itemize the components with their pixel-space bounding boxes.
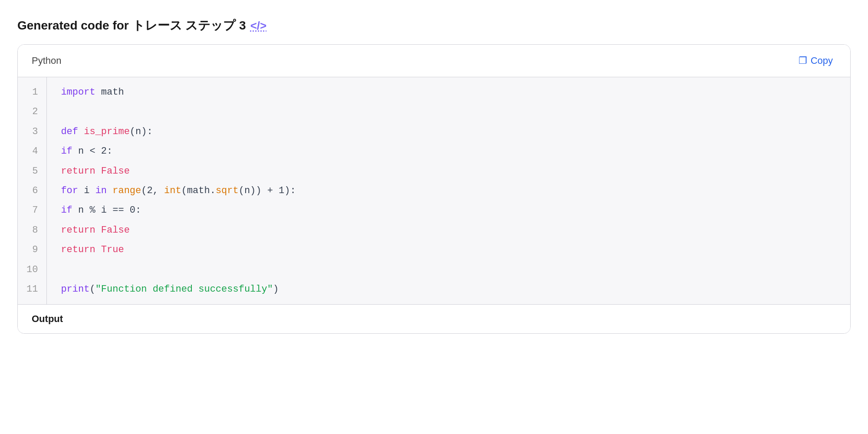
line-number: 6 — [18, 181, 47, 201]
line-code: def is_prime(n): — [47, 122, 850, 141]
output-label: Output — [32, 313, 63, 324]
line-code: print("Function defined successfully") — [47, 279, 850, 304]
line-code: return False — [47, 220, 850, 240]
page-title: Generated code for トレース ステップ 3 </> — [17, 17, 851, 34]
table-row: 7 if n % i == 0: — [18, 201, 850, 220]
code-icon[interactable]: </> — [250, 19, 267, 33]
table-row: 6 for i in range(2, int(math.sqrt(n)) + … — [18, 181, 850, 201]
table-row: 11print("Function defined successfully") — [18, 279, 850, 304]
line-number: 3 — [18, 122, 47, 141]
code-table: 1import math2 3def is_prime(n):4 if n < … — [18, 77, 850, 304]
output-section: Output — [18, 304, 850, 333]
code-body: 1import math2 3def is_prime(n):4 if n < … — [18, 77, 850, 304]
line-number: 4 — [18, 141, 47, 161]
line-number: 8 — [18, 220, 47, 240]
line-number: 7 — [18, 201, 47, 220]
table-row: 10 — [18, 260, 850, 279]
line-number: 9 — [18, 240, 47, 260]
copy-label: Copy — [811, 55, 833, 66]
code-header: Python ❐ Copy — [18, 45, 850, 77]
line-number: 10 — [18, 260, 47, 279]
table-row: 4 if n < 2: — [18, 141, 850, 161]
line-code: import math — [47, 77, 850, 102]
line-code — [47, 260, 850, 279]
title-text: Generated code for トレース ステップ 3 — [17, 17, 246, 34]
table-row: 5 return False — [18, 161, 850, 181]
line-code: return False — [47, 161, 850, 181]
language-label: Python — [32, 55, 62, 66]
line-code: for i in range(2, int(math.sqrt(n)) + 1)… — [47, 181, 850, 201]
table-row: 1import math — [18, 77, 850, 102]
table-row: 3def is_prime(n): — [18, 122, 850, 141]
line-number: 5 — [18, 161, 47, 181]
copy-button[interactable]: ❐ Copy — [795, 53, 836, 68]
copy-icon: ❐ — [799, 55, 807, 66]
code-container: Python ❐ Copy 1import math2 3def is_prim… — [17, 44, 851, 334]
line-number: 11 — [18, 279, 47, 304]
table-row: 2 — [18, 102, 850, 122]
line-code — [47, 102, 850, 122]
table-row: 8 return False — [18, 220, 850, 240]
line-code: if n % i == 0: — [47, 201, 850, 220]
line-number: 2 — [18, 102, 47, 122]
line-number: 1 — [18, 77, 47, 102]
table-row: 9 return True — [18, 240, 850, 260]
line-code: return True — [47, 240, 850, 260]
line-code: if n < 2: — [47, 141, 850, 161]
